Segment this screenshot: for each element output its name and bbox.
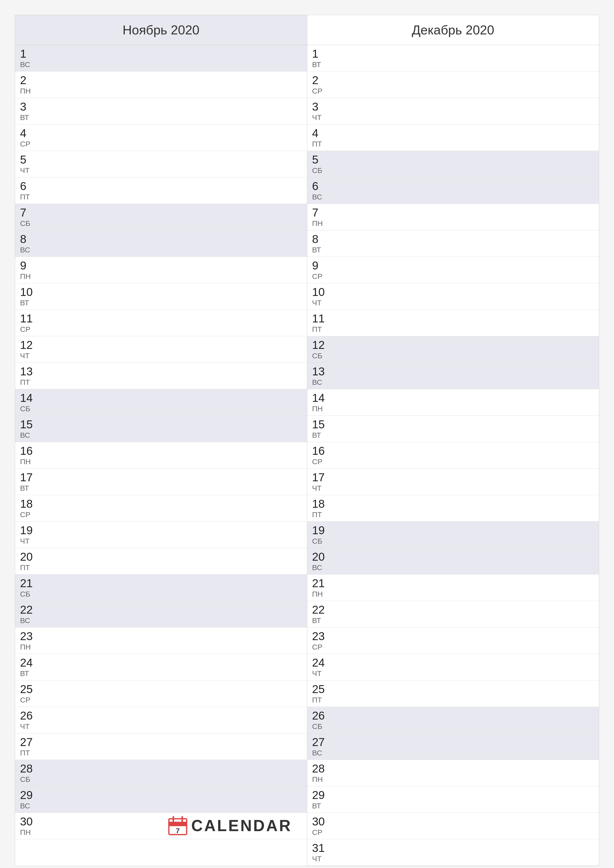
day-number: 20 bbox=[312, 551, 330, 563]
day-number: 30 bbox=[20, 816, 37, 827]
day-cell: 31 ЧТ bbox=[312, 842, 330, 863]
day-number: 16 bbox=[20, 445, 37, 457]
day-cell: 4 СР bbox=[20, 127, 37, 148]
day-name: ПН bbox=[20, 272, 37, 281]
day-cell: 20 ВС bbox=[312, 551, 330, 572]
day-number: 18 bbox=[20, 498, 37, 510]
day-number: 17 bbox=[20, 471, 37, 483]
day-number: 13 bbox=[20, 366, 37, 377]
day-cell: 6 ПТ bbox=[20, 180, 37, 201]
day-name: ВТ bbox=[20, 669, 37, 678]
day-cell: 29 ВТ bbox=[312, 789, 330, 810]
day-name: ЧТ bbox=[20, 537, 37, 546]
day-number: 7 bbox=[20, 207, 37, 218]
day-name: ВТ bbox=[20, 484, 37, 492]
day-number: 12 bbox=[312, 339, 330, 350]
day-number: 10 bbox=[312, 286, 330, 298]
day-cell: 3 ЧТ bbox=[312, 101, 330, 122]
day-cell: 11 СР bbox=[20, 313, 37, 333]
day-name: СР bbox=[20, 510, 37, 519]
day-cell: 22 ВТ bbox=[312, 604, 330, 625]
day-cell: 5 ЧТ bbox=[20, 154, 37, 175]
dec-day-row: 22 ВТ bbox=[307, 601, 599, 628]
day-cell: 25 ПТ bbox=[312, 684, 330, 704]
nov-day-row: 14 СБ bbox=[15, 389, 307, 416]
day-number: 30 bbox=[312, 816, 330, 827]
day-name: ВС bbox=[20, 802, 37, 810]
day-number: 23 bbox=[312, 631, 330, 642]
day-cell: 11 ПТ bbox=[312, 313, 330, 333]
day-name: ПТ bbox=[20, 749, 37, 757]
day-cell: 6 ВС bbox=[312, 180, 330, 201]
day-name: СБ bbox=[312, 166, 330, 175]
day-cell: 4 ПТ bbox=[312, 127, 330, 148]
day-cell: 2 СР bbox=[312, 74, 330, 95]
day-name: ВС bbox=[312, 193, 330, 201]
dec-day-row: 31 ЧТ bbox=[307, 839, 599, 866]
day-number: 26 bbox=[312, 710, 330, 721]
nov-day-row: 6 ПТ bbox=[15, 177, 307, 204]
day-name: ПН bbox=[312, 775, 330, 784]
day-number: 28 bbox=[20, 763, 37, 774]
day-cell: 8 ВТ bbox=[312, 233, 330, 254]
day-name: СБ bbox=[312, 722, 330, 731]
nov-day-row: 26 ЧТ bbox=[15, 707, 307, 733]
day-number: 19 bbox=[20, 525, 37, 536]
day-name: ПН bbox=[312, 219, 330, 228]
day-cell: 9 ПН bbox=[20, 260, 37, 281]
day-cell: 16 ПН bbox=[20, 445, 37, 466]
day-cell: 28 ПН bbox=[312, 763, 330, 784]
calendar-body: 1 ВС 2 ПН 3 ВТ 4 СР 5 ЧТ bbox=[15, 45, 599, 866]
logo-text: CALENDAR bbox=[191, 817, 292, 835]
day-name: СР bbox=[20, 325, 37, 333]
day-cell: 12 СБ bbox=[312, 339, 330, 360]
dec-day-row: 30 СР bbox=[307, 813, 599, 839]
day-name: ВС bbox=[312, 749, 330, 757]
day-number: 24 bbox=[312, 657, 330, 668]
day-name: ПН bbox=[20, 828, 37, 837]
day-number: 9 bbox=[312, 260, 330, 271]
day-cell: 15 ВС bbox=[20, 418, 37, 439]
day-name: СР bbox=[312, 828, 330, 837]
nov-day-row: 15 ВС bbox=[15, 416, 307, 442]
day-number: 29 bbox=[312, 789, 330, 801]
dec-day-row: 10 ЧТ bbox=[307, 283, 599, 310]
nov-day-row: 17 ВТ bbox=[15, 469, 307, 495]
day-name: СБ bbox=[20, 219, 37, 228]
nov-day-row: 29 ВС bbox=[15, 786, 307, 813]
day-cell: 22 ВС bbox=[20, 604, 37, 625]
day-number: 5 bbox=[312, 154, 330, 165]
day-name: ПТ bbox=[20, 563, 37, 572]
day-cell: 30 ПН bbox=[20, 816, 37, 837]
day-name: ПН bbox=[20, 87, 37, 95]
nov-day-row: 19 ЧТ bbox=[15, 522, 307, 548]
day-number: 27 bbox=[20, 736, 37, 748]
day-number: 6 bbox=[312, 180, 330, 192]
day-number: 2 bbox=[20, 74, 37, 86]
dec-day-row: 23 СР bbox=[307, 628, 599, 654]
svg-rect-1 bbox=[169, 822, 187, 826]
nov-day-row: 12 ЧТ bbox=[15, 336, 307, 363]
day-name: ВТ bbox=[312, 802, 330, 810]
day-number: 29 bbox=[20, 789, 37, 801]
nov-day-row: 20 ПТ bbox=[15, 548, 307, 575]
day-number: 19 bbox=[312, 525, 330, 536]
day-number: 3 bbox=[312, 101, 330, 112]
day-name: ПТ bbox=[312, 510, 330, 519]
day-cell: 1 ВТ bbox=[312, 48, 330, 69]
nov-day-row: 7 СБ bbox=[15, 204, 307, 230]
day-cell: 24 ВТ bbox=[20, 657, 37, 678]
day-name: ПТ bbox=[20, 378, 37, 386]
day-number: 31 bbox=[312, 842, 330, 854]
day-name: ЧТ bbox=[20, 352, 37, 360]
day-number: 25 bbox=[20, 684, 37, 695]
day-cell: 18 ПТ bbox=[312, 498, 330, 519]
day-number: 28 bbox=[312, 763, 330, 774]
nov-day-row: 5 ЧТ bbox=[15, 151, 307, 177]
day-cell: 5 СБ bbox=[312, 154, 330, 175]
nov-day-row: 8 ВС bbox=[15, 230, 307, 257]
november-days: 1 ВС 2 ПН 3 ВТ 4 СР 5 ЧТ bbox=[15, 45, 307, 866]
day-cell: 28 СБ bbox=[20, 763, 37, 784]
day-number: 11 bbox=[312, 313, 330, 324]
dec-day-row: 20 ВС bbox=[307, 548, 599, 575]
